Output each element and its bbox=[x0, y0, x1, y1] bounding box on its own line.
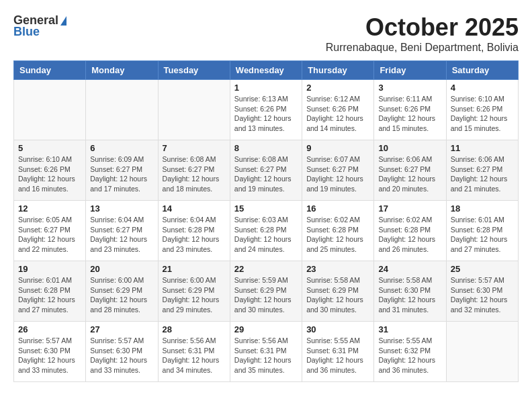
weekday-header: Saturday bbox=[446, 61, 518, 80]
day-info: Sunrise: 5:56 AM Sunset: 6:31 PM Dayligh… bbox=[234, 336, 298, 375]
calendar-cell: 21Sunrise: 6:00 AM Sunset: 6:29 PM Dayli… bbox=[158, 261, 230, 322]
day-number: 4 bbox=[451, 83, 514, 93]
day-number: 7 bbox=[163, 143, 226, 153]
day-info: Sunrise: 6:07 AM Sunset: 6:27 PM Dayligh… bbox=[306, 154, 369, 194]
day-info: Sunrise: 6:13 AM Sunset: 6:26 PM Dayligh… bbox=[234, 94, 298, 134]
day-info: Sunrise: 6:08 AM Sunset: 6:27 PM Dayligh… bbox=[163, 154, 226, 194]
calendar-cell bbox=[86, 80, 158, 140]
calendar-week-row: 19Sunrise: 6:01 AM Sunset: 6:28 PM Dayli… bbox=[14, 261, 519, 322]
calendar-cell bbox=[14, 80, 86, 140]
day-number: 22 bbox=[234, 264, 298, 274]
day-info: Sunrise: 6:08 AM Sunset: 6:27 PM Dayligh… bbox=[234, 154, 298, 194]
logo-flag-icon bbox=[60, 16, 66, 26]
calendar-cell: 7Sunrise: 6:08 AM Sunset: 6:27 PM Daylig… bbox=[158, 140, 230, 201]
weekday-header-row: SundayMondayTuesdayWednesdayThursdayFrid… bbox=[14, 61, 519, 80]
calendar-cell: 1Sunrise: 6:13 AM Sunset: 6:26 PM Daylig… bbox=[230, 80, 302, 140]
calendar-week-row: 1Sunrise: 6:13 AM Sunset: 6:26 PM Daylig… bbox=[14, 80, 519, 140]
day-info: Sunrise: 6:03 AM Sunset: 6:28 PM Dayligh… bbox=[234, 215, 298, 255]
calendar-week-row: 5Sunrise: 6:10 AM Sunset: 6:26 PM Daylig… bbox=[14, 140, 519, 201]
calendar-cell: 5Sunrise: 6:10 AM Sunset: 6:26 PM Daylig… bbox=[14, 140, 86, 201]
calendar-cell: 28Sunrise: 5:56 AM Sunset: 6:31 PM Dayli… bbox=[158, 322, 230, 382]
calendar-cell: 4Sunrise: 6:10 AM Sunset: 6:26 PM Daylig… bbox=[446, 80, 518, 140]
day-number: 17 bbox=[378, 203, 441, 214]
day-number: 3 bbox=[378, 83, 441, 93]
day-number: 1 bbox=[234, 83, 298, 93]
day-number: 25 bbox=[451, 264, 514, 274]
calendar-cell: 16Sunrise: 6:02 AM Sunset: 6:28 PM Dayli… bbox=[302, 201, 374, 261]
calendar-cell: 3Sunrise: 6:11 AM Sunset: 6:26 PM Daylig… bbox=[374, 80, 446, 140]
calendar-cell: 8Sunrise: 6:08 AM Sunset: 6:27 PM Daylig… bbox=[230, 140, 302, 201]
day-info: Sunrise: 6:11 AM Sunset: 6:26 PM Dayligh… bbox=[378, 94, 441, 134]
calendar-cell: 31Sunrise: 5:55 AM Sunset: 6:32 PM Dayli… bbox=[374, 322, 446, 382]
day-number: 15 bbox=[234, 203, 298, 214]
weekday-header: Monday bbox=[86, 61, 158, 80]
day-number: 12 bbox=[18, 203, 81, 214]
weekday-header: Tuesday bbox=[158, 61, 230, 80]
day-info: Sunrise: 6:02 AM Sunset: 6:28 PM Dayligh… bbox=[306, 215, 369, 255]
day-number: 23 bbox=[306, 264, 369, 274]
calendar-cell: 13Sunrise: 6:04 AM Sunset: 6:27 PM Dayli… bbox=[86, 201, 158, 261]
day-info: Sunrise: 5:55 AM Sunset: 6:31 PM Dayligh… bbox=[306, 336, 369, 375]
day-number: 30 bbox=[306, 324, 369, 334]
day-number: 20 bbox=[90, 264, 153, 274]
calendar-cell: 10Sunrise: 6:06 AM Sunset: 6:27 PM Dayli… bbox=[374, 140, 446, 201]
day-info: Sunrise: 6:09 AM Sunset: 6:27 PM Dayligh… bbox=[90, 154, 153, 194]
day-number: 10 bbox=[378, 143, 441, 153]
day-number: 9 bbox=[306, 143, 369, 153]
weekday-header: Wednesday bbox=[230, 61, 302, 80]
day-info: Sunrise: 5:58 AM Sunset: 6:29 PM Dayligh… bbox=[306, 275, 369, 315]
calendar-cell: 9Sunrise: 6:07 AM Sunset: 6:27 PM Daylig… bbox=[302, 140, 374, 201]
calendar-cell: 22Sunrise: 5:59 AM Sunset: 6:29 PM Dayli… bbox=[230, 261, 302, 322]
calendar-week-row: 26Sunrise: 5:57 AM Sunset: 6:30 PM Dayli… bbox=[14, 322, 519, 382]
weekday-header: Thursday bbox=[302, 61, 374, 80]
day-number: 28 bbox=[163, 324, 226, 334]
calendar-cell: 29Sunrise: 5:56 AM Sunset: 6:31 PM Dayli… bbox=[230, 322, 302, 382]
day-number: 5 bbox=[18, 143, 81, 153]
day-info: Sunrise: 5:57 AM Sunset: 6:30 PM Dayligh… bbox=[18, 336, 81, 375]
day-number: 11 bbox=[451, 143, 514, 153]
weekday-header: Friday bbox=[374, 61, 446, 80]
calendar-cell: 30Sunrise: 5:55 AM Sunset: 6:31 PM Dayli… bbox=[302, 322, 374, 382]
header: General Blue October 2025 Rurrenabaque, … bbox=[13, 13, 519, 54]
day-number: 19 bbox=[18, 264, 81, 274]
day-number: 27 bbox=[90, 324, 153, 334]
calendar-cell: 23Sunrise: 5:58 AM Sunset: 6:29 PM Dayli… bbox=[302, 261, 374, 322]
day-info: Sunrise: 5:59 AM Sunset: 6:29 PM Dayligh… bbox=[234, 275, 298, 315]
weekday-header: Sunday bbox=[14, 61, 86, 80]
day-info: Sunrise: 5:58 AM Sunset: 6:30 PM Dayligh… bbox=[378, 275, 441, 315]
day-number: 8 bbox=[234, 143, 298, 153]
calendar-week-row: 12Sunrise: 6:05 AM Sunset: 6:27 PM Dayli… bbox=[14, 201, 519, 261]
calendar-cell: 15Sunrise: 6:03 AM Sunset: 6:28 PM Dayli… bbox=[230, 201, 302, 261]
day-info: Sunrise: 6:01 AM Sunset: 6:28 PM Dayligh… bbox=[451, 215, 514, 255]
day-info: Sunrise: 6:02 AM Sunset: 6:28 PM Dayligh… bbox=[378, 215, 441, 255]
month-title: October 2025 bbox=[326, 13, 519, 42]
calendar-cell bbox=[446, 322, 518, 382]
day-number: 18 bbox=[451, 203, 514, 214]
day-info: Sunrise: 6:04 AM Sunset: 6:27 PM Dayligh… bbox=[90, 215, 153, 255]
location-title: Rurrenabaque, Beni Department, Bolivia bbox=[326, 42, 519, 54]
day-number: 26 bbox=[18, 324, 81, 334]
logo-blue-text: Blue bbox=[13, 25, 40, 39]
day-number: 16 bbox=[306, 203, 369, 214]
day-info: Sunrise: 5:56 AM Sunset: 6:31 PM Dayligh… bbox=[163, 336, 226, 375]
day-number: 13 bbox=[90, 203, 153, 214]
calendar-cell: 2Sunrise: 6:12 AM Sunset: 6:26 PM Daylig… bbox=[302, 80, 374, 140]
day-number: 24 bbox=[378, 264, 441, 274]
calendar-cell: 12Sunrise: 6:05 AM Sunset: 6:27 PM Dayli… bbox=[14, 201, 86, 261]
day-info: Sunrise: 5:57 AM Sunset: 6:30 PM Dayligh… bbox=[90, 336, 153, 375]
day-info: Sunrise: 6:10 AM Sunset: 6:26 PM Dayligh… bbox=[18, 154, 81, 194]
calendar-cell: 6Sunrise: 6:09 AM Sunset: 6:27 PM Daylig… bbox=[86, 140, 158, 201]
day-number: 21 bbox=[163, 264, 226, 274]
calendar-cell: 26Sunrise: 5:57 AM Sunset: 6:30 PM Dayli… bbox=[14, 322, 86, 382]
day-info: Sunrise: 6:04 AM Sunset: 6:28 PM Dayligh… bbox=[163, 215, 226, 255]
day-info: Sunrise: 5:57 AM Sunset: 6:30 PM Dayligh… bbox=[451, 275, 514, 315]
day-info: Sunrise: 6:05 AM Sunset: 6:27 PM Dayligh… bbox=[18, 215, 81, 255]
title-area: October 2025 Rurrenabaque, Beni Departme… bbox=[326, 13, 519, 54]
calendar-header: SundayMondayTuesdayWednesdayThursdayFrid… bbox=[14, 61, 519, 80]
calendar-cell bbox=[158, 80, 230, 140]
day-info: Sunrise: 6:06 AM Sunset: 6:27 PM Dayligh… bbox=[451, 154, 514, 194]
day-number: 2 bbox=[306, 83, 369, 93]
day-number: 29 bbox=[234, 324, 298, 334]
calendar-cell: 24Sunrise: 5:58 AM Sunset: 6:30 PM Dayli… bbox=[374, 261, 446, 322]
calendar-body: 1Sunrise: 6:13 AM Sunset: 6:26 PM Daylig… bbox=[14, 80, 519, 382]
